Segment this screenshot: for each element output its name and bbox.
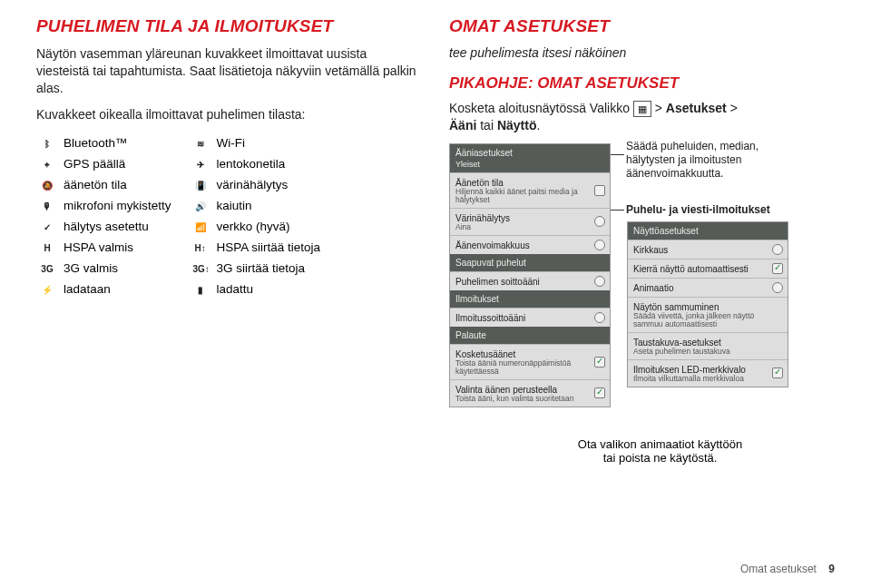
phone-mock-row: Säädä puheluiden, median, hälytysten ja …	[449, 143, 835, 425]
instr-dot: .	[536, 118, 540, 132]
panel-title-sound: Ääniasetukset	[455, 148, 604, 158]
charged-icon: ▮	[193, 285, 208, 295]
icon-label: hälytys asetettu	[60, 216, 190, 237]
quickguide-heading: PIKAOHJE: OMAT ASETUKSET	[449, 74, 835, 93]
row-select-sub: Toista ääni, kun valinta suoritetaan	[455, 395, 604, 403]
instr-sound: Ääni	[449, 118, 476, 132]
page-footer: Omat asetukset 9	[740, 563, 835, 575]
row-animation[interactable]: Animaatio	[628, 278, 788, 297]
panel-subheader-general: Yleiset	[455, 160, 604, 169]
settings-subtitle: tee puhelimesta itsesi näköinen	[449, 45, 835, 60]
hspa-icon: H	[40, 243, 54, 253]
checkbox-checked-icon[interactable]	[594, 357, 605, 368]
row-volume[interactable]: Äänenvoimakkuus	[450, 235, 610, 254]
mic-mute-icon: 🎙	[40, 201, 54, 211]
status-heading: PUHELIMEN TILA JA ILMOITUKSET	[36, 16, 422, 36]
row-silent-sub: Hiljennä kaikki äänet paitsi media ja hä…	[455, 188, 604, 204]
charging-icon: ⚡	[40, 285, 54, 295]
row-vibrate-label: Värinähälytys	[455, 213, 604, 223]
row-ringtone[interactable]: Puhelimen soittoääni	[450, 271, 610, 290]
row-autorotate[interactable]: Kierrä näyttö automaattisesti	[628, 259, 788, 278]
row-silent-mode[interactable]: Äänetön tila Hiljennä kaikki äänet paits…	[450, 172, 610, 208]
instr-display: Näyttö	[497, 118, 537, 132]
icon-label: mikrofoni mykistetty	[60, 195, 190, 216]
row-vibrate[interactable]: Värinähälytys Aina	[450, 208, 610, 235]
row-select-sound[interactable]: Valinta äänen perusteella Toista ääni, k…	[450, 379, 610, 407]
instr-text-pre: Kosketa aloitusnäytössä Valikko	[449, 101, 633, 115]
settings-heading: OMAT ASETUKSET	[449, 16, 835, 36]
hspa-tx-icon: H↕	[193, 243, 208, 253]
vibrate-icon: 📳	[193, 181, 208, 191]
icon-label: HSPA siirtää tietoja	[213, 237, 339, 258]
icon-table-row: ✓hälytys asetettu📶verkko (hyvä)	[36, 216, 338, 237]
panel-title-display: Näyttöasetukset	[628, 222, 788, 240]
checkbox-checked-icon[interactable]	[772, 263, 783, 274]
icon-table-row: ᛒBluetooth™≋Wi-Fi	[36, 132, 338, 153]
icon-label: HSPA valmis	[60, 237, 190, 258]
wifi-icon: ≋	[193, 139, 208, 149]
row-volume-label: Äänenvoimakkuus	[455, 240, 604, 250]
checkbox-icon[interactable]	[594, 185, 605, 196]
status-description: Näytön vasemman yläreunan kuvakkeet ilmo…	[36, 45, 422, 97]
icon-label: verkko (hyvä)	[213, 216, 339, 237]
instr-or: tai	[480, 118, 497, 132]
phone-panel-sound: Ääniasetukset Yleiset Äänetön tila Hilje…	[449, 143, 611, 407]
row-screen-off[interactable]: Näytön sammuminen Säädä viivettä, jonka …	[628, 297, 788, 332]
instr-sep2: >	[730, 101, 738, 115]
row-notif-ringtone[interactable]: Ilmoitussoittoääni	[450, 308, 610, 327]
row-wallpaper[interactable]: Taustakuva-asetukset Aseta puhelimen tau…	[628, 332, 788, 359]
row-notif-label: Ilmoitussoittoääni	[455, 313, 604, 323]
row-touch-sub: Toista ääniä numeronäppäimistöä käytettä…	[455, 359, 604, 376]
icon-table-row: 🎙mikrofoni mykistetty🔊kaiutin	[36, 195, 338, 216]
footer-page-number: 9	[828, 563, 835, 575]
row-touch-sounds[interactable]: Kosketusäänet Toista ääniä numeronäppäim…	[450, 344, 610, 379]
icon-label: ladataan	[60, 279, 190, 299]
icon-label: 3G valmis	[60, 258, 190, 279]
quickguide-instruction: Kosketa aloitusnäytössä Valikko ▦ > Aset…	[449, 100, 835, 134]
3g-tx-icon: 3G↕	[193, 264, 208, 274]
row-brightness-label: Kirkkaus	[633, 245, 782, 255]
callout-line-1	[611, 154, 624, 155]
callout-line-2	[611, 210, 624, 211]
icon-label: Bluetooth™	[60, 132, 190, 153]
icon-table-row: HHSPA valmisH↕HSPA siirtää tietoja	[36, 237, 338, 258]
speaker-icon: 🔊	[193, 201, 208, 211]
icon-label: kaiutin	[213, 195, 339, 216]
more-icon[interactable]	[772, 282, 783, 293]
more-icon[interactable]	[594, 276, 605, 287]
instr-settings: Asetukset	[666, 101, 727, 115]
more-icon[interactable]	[594, 312, 605, 323]
right-column: OMAT ASETUKSET tee puhelimesta itsesi nä…	[449, 16, 835, 465]
icon-label: Wi-Fi	[213, 132, 339, 153]
phone-panel-display: Näyttöasetukset Kirkkaus Kierrä näyttö a…	[627, 221, 788, 387]
icon-table-row: ⌖GPS päällä✈lentokonetila	[36, 153, 338, 174]
callout-notifications: Puhelu- ja viesti-ilmoitukset	[626, 203, 807, 217]
gps-icon: ⌖	[40, 160, 54, 171]
more-icon[interactable]	[772, 244, 783, 255]
panel-subheader-notifications: Ilmoitukset	[450, 290, 610, 308]
row-screen-off-sub: Säädä viivettä, jonka jälkeen näyttö sam…	[633, 312, 782, 328]
status-icon-table: ᛒBluetooth™≋Wi-Fi⌖GPS päällä✈lentokoneti…	[36, 132, 338, 299]
3g-icon: 3G	[40, 264, 54, 274]
icon-table-row: 🔕äänetön tila📳värinähälytys	[36, 174, 338, 195]
row-led-sub: Ilmoita vilkuttamalla merkkivaloa	[633, 375, 782, 383]
signal-icon: 📶	[193, 222, 208, 232]
row-autorotate-label: Kierrä näyttö automaattisesti	[633, 264, 782, 274]
icon-label: GPS päällä	[60, 153, 190, 174]
mute-icon: 🔕	[40, 181, 54, 191]
menu-grid-icon: ▦	[633, 101, 651, 117]
instr-sep1: >	[655, 101, 666, 115]
airplane-icon: ✈	[193, 160, 208, 170]
more-icon[interactable]	[594, 216, 605, 227]
icon-table-row: 3G3G valmis3G↕3G siirtää tietoja	[36, 258, 338, 279]
icon-table-row: ⚡ladataan▮ladattu	[36, 279, 338, 299]
checkbox-checked-icon[interactable]	[772, 368, 783, 378]
checkbox-checked-icon[interactable]	[594, 387, 605, 398]
bluetooth-icon: ᛒ	[40, 139, 54, 149]
bottom-caption: Ota valikon animaatiot käyttöön tai pois…	[485, 437, 835, 465]
more-icon[interactable]	[594, 240, 605, 250]
icon-label: lentokonetila	[213, 153, 339, 174]
alarm-icon: ✓	[40, 222, 54, 232]
row-brightness[interactable]: Kirkkaus	[628, 240, 788, 259]
row-led[interactable]: Ilmoituksen LED-merkkivalo Ilmoita vilku…	[628, 359, 788, 387]
